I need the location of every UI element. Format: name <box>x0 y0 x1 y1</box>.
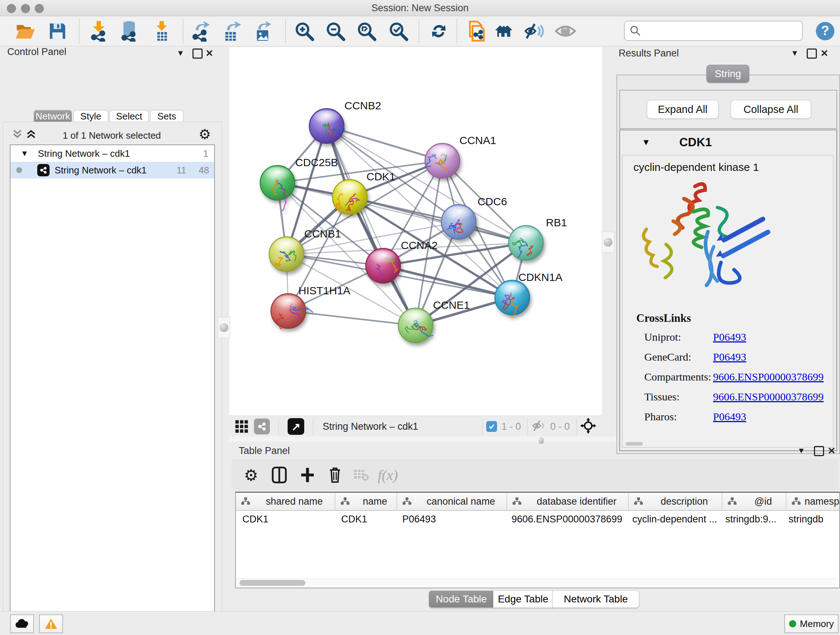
crosslink-link[interactable]: P06493 <box>713 331 746 343</box>
string-home-icon[interactable] <box>495 21 516 42</box>
expand-all-button[interactable]: Expand All <box>647 100 718 119</box>
table-panel-close-icon[interactable]: ✕ <box>828 445 836 456</box>
birdseye-view-icon[interactable]: ↗ <box>287 418 304 435</box>
center-network-icon[interactable] <box>580 418 596 435</box>
tab-select[interactable]: Select <box>110 110 149 122</box>
network-node-ccnb1[interactable] <box>269 237 304 272</box>
column-header-namespac[interactable]: namespac <box>786 493 840 510</box>
selected-checkbox-icon[interactable] <box>486 421 497 432</box>
crosslink-link[interactable]: P06493 <box>713 410 746 423</box>
export-image-icon[interactable] <box>253 21 273 42</box>
memory-button[interactable]: Memory <box>784 614 838 633</box>
tab-node-table[interactable]: Node Table <box>429 591 494 608</box>
export-table-icon[interactable] <box>221 21 242 42</box>
warning-button[interactable] <box>39 614 63 633</box>
import-network-database-icon[interactable] <box>118 21 140 42</box>
node-label-cdkn1a: CDKN1A <box>518 271 562 283</box>
clone-network-icon[interactable] <box>466 21 487 42</box>
crosslink-link[interactable]: 9606.ENSP00000378699 <box>713 391 824 403</box>
network-row-selected[interactable]: String Network – cdk1 11 48 <box>11 162 214 179</box>
delete-column-icon[interactable] <box>325 465 345 485</box>
show-graphics-details-icon[interactable] <box>555 21 576 42</box>
network-node-ccnb2[interactable] <box>309 109 345 143</box>
table-panel-float-icon[interactable]: ▼ <box>797 446 805 455</box>
import-network-file-icon[interactable] <box>88 21 109 42</box>
table-hscrollbar[interactable] <box>237 578 837 587</box>
table-panel-maximize-icon[interactable] <box>814 446 824 456</box>
add-column-icon[interactable] <box>297 465 317 485</box>
column-type-icon <box>340 497 350 506</box>
network-node-ccna1[interactable] <box>425 143 460 178</box>
table-cell: stringdb:9... <box>719 514 782 525</box>
network-options-gear-icon[interactable]: ⚙ <box>199 126 211 142</box>
open-session-icon[interactable] <box>14 21 35 42</box>
network-node-cdc25b[interactable] <box>260 165 295 211</box>
search-input[interactable] <box>644 25 802 37</box>
node-label-ccne1: CCNE1 <box>433 299 470 311</box>
table-row[interactable]: CDK1CDK1P064939606.ENSP00000378699cyclin… <box>236 511 839 527</box>
tab-edge-table[interactable]: Edge Table <box>493 591 553 608</box>
tab-network-table[interactable]: Network Table <box>553 591 639 608</box>
gene-disclosure-icon[interactable]: ▼ <box>642 137 651 147</box>
network-node-cdc6[interactable] <box>441 204 476 239</box>
grid-view-icon[interactable] <box>234 416 249 437</box>
right-splitter-handle[interactable] <box>602 232 614 253</box>
column-header-canonical-name[interactable]: canonical name <box>397 493 507 510</box>
collapse-all-networks-icon[interactable] <box>12 128 23 141</box>
results-panel-maximize-icon[interactable] <box>807 49 817 59</box>
select-columns-icon[interactable] <box>269 465 289 485</box>
network-node-rb1[interactable] <box>508 226 543 260</box>
network-view[interactable]: CCNB2CCNA1CDC25BCDK1CDC6RB1CCNB1CCNA2CDK… <box>229 47 602 416</box>
cloud-icon <box>15 619 29 629</box>
share-view-icon[interactable] <box>254 418 270 434</box>
cloud-button[interactable] <box>10 614 34 633</box>
refresh-network-icon[interactable] <box>428 21 449 42</box>
zoom-out-icon[interactable] <box>325 21 346 42</box>
network-node-cdk1[interactable] <box>332 180 367 214</box>
network-edge[interactable] <box>288 311 416 325</box>
tab-sets[interactable]: Sets <box>150 110 183 122</box>
results-panel-float-icon[interactable]: ▼ <box>791 49 799 58</box>
hidden-eye-icon[interactable] <box>531 420 546 433</box>
left-splitter-handle[interactable] <box>218 317 230 338</box>
network-edge-count: 48 <box>199 165 209 176</box>
network-node-ccna2[interactable] <box>366 249 401 283</box>
help-icon[interactable]: ? <box>815 21 836 42</box>
tab-style[interactable]: Style <box>73 110 108 122</box>
table-cell: stringdb <box>782 514 838 525</box>
results-tab-string[interactable]: String <box>706 65 749 82</box>
crosslink-link[interactable]: P06493 <box>713 351 746 363</box>
collection-disclosure-icon[interactable]: ▼ <box>21 149 28 158</box>
export-network-icon[interactable] <box>191 21 212 42</box>
results-panel-close-icon[interactable]: ✕ <box>821 48 829 59</box>
tab-network[interactable]: Network <box>34 110 72 122</box>
toolbar-separator <box>183 19 183 43</box>
crosslinks-heading: CrossLinks <box>636 312 833 325</box>
column-header--id[interactable]: @id <box>722 493 786 510</box>
table-gear-icon[interactable]: ⚙ <box>241 465 261 485</box>
network-node-hist1h1a[interactable] <box>271 294 313 329</box>
control-panel-float-icon[interactable]: ▼ <box>177 49 185 58</box>
zoom-fit-icon[interactable] <box>356 21 377 42</box>
collapse-all-button[interactable]: Collapse All <box>731 100 811 119</box>
crosslink-link[interactable]: 9606.ENSP00000378699 <box>713 371 824 383</box>
save-session-icon[interactable] <box>47 21 68 42</box>
zoom-in-icon[interactable] <box>294 21 315 42</box>
node-label-cdk1: CDK1 <box>366 171 395 182</box>
control-panel-maximize-icon[interactable] <box>193 49 202 59</box>
zoom-selected-icon[interactable] <box>388 21 409 42</box>
column-header-description[interactable]: description <box>629 493 722 510</box>
network-collection-row[interactable]: ▼ String Network – cdk1 1 <box>11 145 214 162</box>
network-node-cdkn1a[interactable] <box>495 280 530 317</box>
column-header-shared-name[interactable]: shared name <box>236 493 335 510</box>
column-header-name[interactable]: name <box>335 493 397 510</box>
toolbar-separator <box>418 19 419 43</box>
gene-name: CDK1 <box>679 135 712 149</box>
network-node-ccne1[interactable] <box>398 308 433 343</box>
column-header-database-identifier[interactable]: database identifier <box>507 493 629 510</box>
import-table-file-icon[interactable] <box>151 21 172 42</box>
control-panel-close-icon[interactable]: ✕ <box>205 48 213 59</box>
network-edge[interactable] <box>327 126 442 161</box>
expand-all-networks-icon[interactable] <box>26 128 36 141</box>
hide-selected-icon[interactable] <box>524 21 546 42</box>
